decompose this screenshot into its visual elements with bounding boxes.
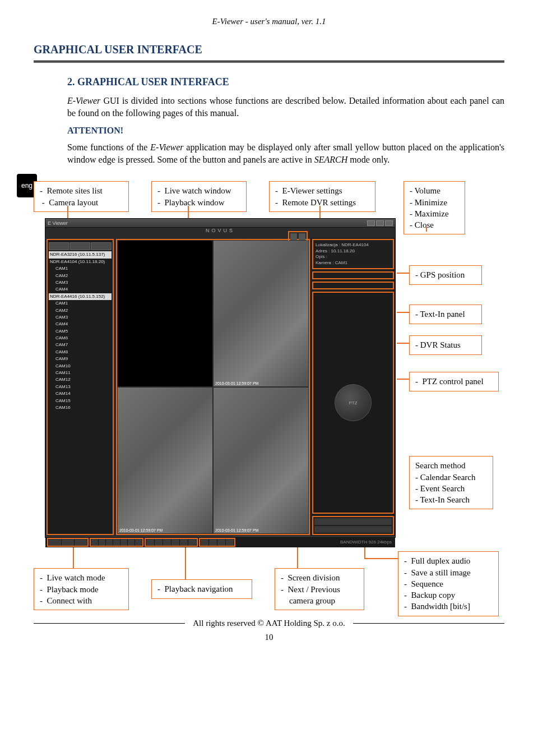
p2a: Some functions of the <box>67 142 150 152</box>
utility-buttons <box>199 538 235 547</box>
tree-leaf[interactable]: CAM12 <box>49 376 112 383</box>
ptz-extra-buttons <box>312 516 394 535</box>
zoom-row[interactable] <box>314 518 392 525</box>
timestamp: 2010-03-01 12:59:07 PM <box>215 381 258 385</box>
info-line: Lokalizacja : NDR-EA4104 <box>316 242 391 248</box>
tree-leaf[interactable]: CAM6 <box>49 335 112 342</box>
playback-mode-button[interactable] <box>62 539 74 546</box>
page-number: 10 <box>34 633 504 642</box>
minimize-button[interactable] <box>367 220 375 226</box>
sidebar-tab-favorites[interactable] <box>70 242 91 250</box>
camera-tile[interactable]: 2010-03-01 12:59:07 PM <box>214 241 308 386</box>
tree-leaf[interactable]: CAM3 <box>49 279 112 286</box>
tree-leaf[interactable]: CAM10 <box>49 363 112 370</box>
focus-row[interactable] <box>314 526 392 533</box>
callout-utilities: - Full duplex audio - Save a still image… <box>398 551 499 616</box>
textin-panel <box>312 271 394 279</box>
tree-leaf[interactable]: CAM7 <box>49 342 112 348</box>
tree-leaf[interactable]: CAM16 <box>49 404 112 411</box>
close-button[interactable] <box>385 220 393 226</box>
nav-button[interactable] <box>91 539 98 546</box>
nav-button[interactable] <box>120 539 127 546</box>
callout-screen-division: - Screen division - Next / Previous came… <box>275 568 364 610</box>
nav-button[interactable] <box>106 539 113 546</box>
tree-leaf[interactable]: CAM1 <box>49 300 112 307</box>
tree-leaf[interactable]: CAM14 <box>49 390 112 397</box>
backup-button[interactable] <box>226 539 234 546</box>
section-rule <box>34 61 504 63</box>
callout-playback-nav: - Playback navigation <box>151 579 252 598</box>
camera-tile[interactable]: 2010-03-01 12:59:07 PM <box>214 388 308 533</box>
tree-leaf[interactable]: CAM3 <box>49 314 112 321</box>
tree-leaf[interactable]: CAM11 <box>49 370 112 376</box>
layout-buttons <box>145 538 198 547</box>
p2b: E-Viewer <box>150 142 183 152</box>
nav-button[interactable] <box>128 539 134 546</box>
nav-button[interactable] <box>99 539 105 546</box>
layout-button[interactable] <box>180 539 188 546</box>
snapshot-button[interactable] <box>209 539 217 546</box>
callout-textin: - Text-In panel <box>409 305 482 324</box>
live-mode-button[interactable] <box>49 539 61 546</box>
tree-node[interactable]: NDR-EA4104 (10.11.18.20) <box>49 259 112 265</box>
section-title: GRAPHICAL USER INTERFACE <box>34 43 504 56</box>
eviewer-screenshot: E Viewer NOVUS NDR-EA3216 (10.11.5.137) <box>45 218 396 538</box>
eviewer-settings-icon[interactable] <box>290 233 297 240</box>
ptz-control-panel: PTZ <box>312 292 394 514</box>
sidebar-tab-autodetect[interactable] <box>91 242 112 250</box>
tree-leaf[interactable]: CAM13 <box>49 384 112 390</box>
camera-tile[interactable] <box>118 241 212 386</box>
remote-dvr-settings-icon[interactable] <box>299 233 305 240</box>
tree-leaf[interactable]: CAM1 <box>49 265 112 272</box>
tree-leaf[interactable]: CAM8 <box>49 349 112 356</box>
ptz-wheel[interactable]: PTZ <box>335 384 372 421</box>
callout-search-method: Search method - Calendar Search - Event … <box>409 456 493 509</box>
device-tree: NDR-EA3216 (10.11.5.137) NDR-EA4104 (10.… <box>49 251 112 411</box>
numbered-heading: 2. GRAPHICAL USER INTERFACE <box>67 76 504 88</box>
tree-leaf[interactable]: CAM2 <box>49 273 112 279</box>
tree-node[interactable]: NDR-EA3216 (10.11.5.137) <box>49 251 112 258</box>
tree-leaf[interactable]: CAM2 <box>49 307 112 314</box>
info-line: Kamera : CAM1 <box>316 260 391 266</box>
tree-leaf[interactable]: CAM4 <box>49 286 112 293</box>
tree-leaf[interactable]: CAM9 <box>49 356 112 362</box>
footer: All rights reserved © AAT Holding Sp. z … <box>34 619 504 628</box>
nav-button[interactable] <box>113 539 120 546</box>
layout-button[interactable] <box>146 539 154 546</box>
gps-info-panel: Lokalizacja : NDR-EA4104 Adres : 10.11.1… <box>312 239 394 269</box>
titlebar: E Viewer <box>45 219 395 228</box>
layout-button[interactable] <box>188 539 196 546</box>
tree-node[interactable]: NDR-EA4416 (10.11.5.152) <box>49 293 112 300</box>
tree-leaf[interactable]: CAM15 <box>49 398 112 404</box>
audio-button[interactable] <box>201 539 208 546</box>
dvr-status-panel <box>312 282 394 289</box>
mode-buttons <box>47 538 89 547</box>
sequence-button[interactable] <box>217 539 225 546</box>
page-header: E-Viewer - user's manual, ver. 1.1 <box>34 17 504 26</box>
maximize-button[interactable] <box>376 220 384 226</box>
sidebar-tab-sites[interactable] <box>49 242 69 250</box>
callout-live-watch: - Live watch window - Playback window <box>151 181 247 212</box>
bandwidth-status: BANDWIDTH 926.24kbps <box>236 540 393 545</box>
nav-button[interactable] <box>135 539 142 546</box>
tree-leaf[interactable]: CAM4 <box>49 321 112 328</box>
attention-paragraph: Some functions of the E-Viewer applicati… <box>67 141 504 165</box>
layout-button[interactable] <box>163 539 171 546</box>
timestamp: 2010-03-01 12:59:07 PM <box>215 528 258 532</box>
camera-tile[interactable]: 2010-03-01 12:59:07 PM <box>118 388 212 533</box>
remote-sites-panel: NDR-EA3216 (10.11.5.137) NDR-EA4104 (10.… <box>47 239 114 535</box>
callout-gps: - GPS position <box>409 265 482 284</box>
attention-heading: ATTENTION! <box>67 126 504 136</box>
callout-ptz: - PTZ control panel <box>409 372 499 391</box>
connect-button[interactable] <box>75 539 87 546</box>
timestamp: 2010-03-01 12:59:07 PM <box>119 528 163 532</box>
gui-diagram: - Remote sites list - Camera layout - Li… <box>34 181 504 619</box>
playback-nav-buttons <box>90 538 143 547</box>
intro-text: GUI is divided into sections whose funct… <box>67 96 504 118</box>
layout-button[interactable] <box>171 539 179 546</box>
tree-leaf[interactable]: CAM5 <box>49 328 112 335</box>
intro-paragraph: E-Viewer GUI is divided into sections wh… <box>67 95 504 119</box>
info-line: Adres : 10.11.18.20 <box>316 248 391 254</box>
callout-window-controls: - Volume - Minimize - Maximize - Close <box>404 181 465 234</box>
layout-button[interactable] <box>155 539 163 546</box>
